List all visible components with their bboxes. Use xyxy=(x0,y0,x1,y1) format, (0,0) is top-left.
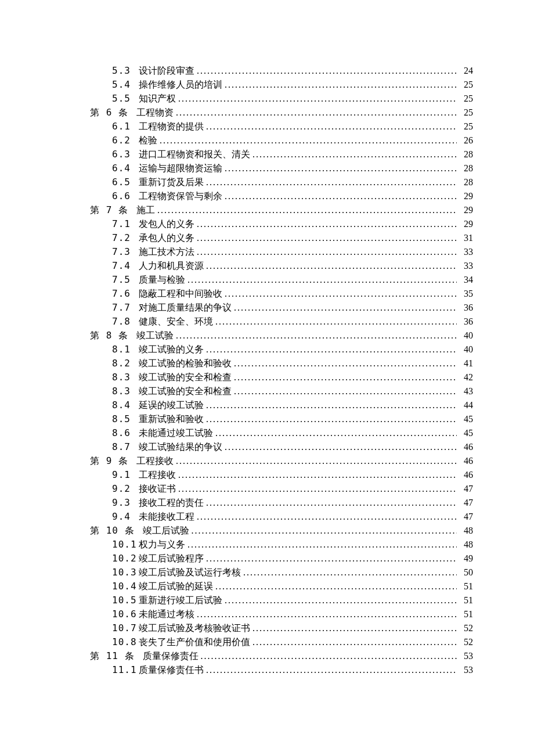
toc-entry-number: 10.8 xyxy=(112,635,135,649)
toc-leader-dots xyxy=(225,78,457,92)
toc-entry-number: 第 9 条 xyxy=(90,454,128,468)
toc-entry[interactable]: 10.8丧失了生产价值和使用价值52 xyxy=(112,635,473,649)
toc-entry[interactable]: 8.7竣工试验结果的争议46 xyxy=(112,440,473,454)
toc-entry[interactable]: 9.1工程接收46 xyxy=(112,468,473,482)
toc-entry[interactable]: 7.4人力和机具资源33 xyxy=(112,259,473,273)
toc-entry-page: 43 xyxy=(459,384,473,398)
toc-entry[interactable]: 第 10 条竣工后试验48 xyxy=(90,524,473,538)
toc-leader-dots xyxy=(178,468,457,482)
toc-entry-title: 隐蔽工程和中间验收 xyxy=(139,287,222,301)
toc-entry-page: 29 xyxy=(459,217,473,231)
toc-entry[interactable]: 6.6工程物资保管与剩余29 xyxy=(112,189,473,203)
toc-entry-page: 29 xyxy=(459,203,473,217)
toc-entry-title: 未能通过考核 xyxy=(139,607,194,621)
toc-entry[interactable]: 5.4操作维修人员的培训25 xyxy=(112,78,473,92)
toc-entry[interactable]: 7.8健康、安全、环境36 xyxy=(112,315,473,329)
toc-leader-dots xyxy=(206,663,457,677)
toc-leader-dots xyxy=(187,538,457,552)
toc-entry-title: 丧失了生产价值和使用价值 xyxy=(139,635,250,649)
toc-leader-dots xyxy=(187,273,457,287)
toc-entry[interactable]: 8.1竣工试验的义务40 xyxy=(112,343,473,357)
toc-entry[interactable]: 10.7竣工后试验及考核验收证书52 xyxy=(112,621,473,635)
toc-entry[interactable]: 8.6未能通过竣工试验45 xyxy=(112,426,473,440)
toc-entry-title: 竣工后试验及试运行考核 xyxy=(139,566,241,579)
toc-entry-title: 质量与检验 xyxy=(139,273,185,287)
toc-entry[interactable]: 7.7对施工质量结果的争议36 xyxy=(112,301,473,315)
toc-leader-dots xyxy=(225,287,457,301)
toc-entry[interactable]: 5.5知识产权25 xyxy=(112,92,473,106)
toc-leader-dots xyxy=(157,203,457,217)
toc-leader-dots xyxy=(197,64,457,78)
toc-entry[interactable]: 6.5重新订货及后果28 xyxy=(112,175,473,189)
toc-entry[interactable]: 8.2竣工试验的检验和验收41 xyxy=(112,357,473,370)
toc-entry[interactable]: 7.6隐蔽工程和中间验收35 xyxy=(112,287,473,301)
toc-entry[interactable]: 8.4延误的竣工试验44 xyxy=(112,398,473,412)
toc-entry[interactable]: 第 8 条竣工试验40 xyxy=(90,329,473,343)
toc-entry-title: 未能通过竣工试验 xyxy=(139,426,213,440)
toc-entry-page: 36 xyxy=(459,301,473,315)
toc-entry[interactable]: 10.3竣工后试验及试运行考核50 xyxy=(112,566,473,579)
toc-leader-dots xyxy=(178,482,457,496)
toc-entry-number: 5.3 xyxy=(112,64,135,78)
toc-entry[interactable]: 7.3施工技术方法33 xyxy=(112,245,473,259)
toc-entry[interactable]: 第 9 条工程接收46 xyxy=(90,454,473,468)
toc-entry-page: 46 xyxy=(459,454,473,468)
toc-entry[interactable]: 10.5重新进行竣工后试验51 xyxy=(112,593,473,607)
toc-entry[interactable]: 9.4未能接收工程47 xyxy=(112,510,473,524)
toc-leader-dots xyxy=(215,315,457,329)
toc-entry[interactable]: 6.3进口工程物资和报关、清关28 xyxy=(112,147,473,161)
toc-entry-title: 工程物资保管与剩余 xyxy=(139,189,222,203)
toc-entry[interactable]: 7.5质量与检验34 xyxy=(112,273,473,287)
toc-entry-title: 施工技术方法 xyxy=(139,245,194,259)
toc-entry-number: 9.2 xyxy=(112,482,135,496)
toc-entry-number: 7.5 xyxy=(112,273,135,287)
toc-leader-dots xyxy=(206,398,457,412)
toc-entry[interactable]: 8.5重新试验和验收45 xyxy=(112,412,473,426)
toc-entry[interactable]: 10.4竣工后试验的延误51 xyxy=(112,579,473,593)
toc-leader-dots xyxy=(206,412,457,426)
toc-entry[interactable]: 8.3竣工试验的安全和检查43 xyxy=(112,384,473,398)
toc-entry-number: 10.1 xyxy=(112,538,135,552)
toc-entry-page: 33 xyxy=(459,259,473,273)
toc-entry[interactable]: 7.1发包人的义务29 xyxy=(112,217,473,231)
toc-entry-number: 8.7 xyxy=(112,440,135,454)
toc-entry[interactable]: 9.2接收证书47 xyxy=(112,482,473,496)
toc-entry-page: 26 xyxy=(459,134,473,147)
toc-entry[interactable]: 10.1权力与义务48 xyxy=(112,538,473,552)
toc-page: 5.3设计阶段审查245.4操作维修人员的培训255.5知识产权25第 6 条工… xyxy=(0,0,534,735)
toc-entry-page: 47 xyxy=(459,496,473,510)
toc-entry[interactable]: 8.3竣工试验的安全和检查42 xyxy=(112,370,473,384)
toc-entry[interactable]: 6.2检验26 xyxy=(112,134,473,147)
toc-entry[interactable]: 第 6 条工程物资25 xyxy=(90,106,473,120)
toc-entry-page: 47 xyxy=(459,510,473,524)
toc-entry-page: 53 xyxy=(459,663,473,677)
toc-entry-page: 46 xyxy=(459,440,473,454)
toc-entry[interactable]: 5.3设计阶段审查24 xyxy=(112,64,473,78)
toc-entry-number: 8.3 xyxy=(112,384,135,398)
toc-entry-title: 竣工试验的义务 xyxy=(139,343,204,357)
toc-entry-page: 29 xyxy=(459,189,473,203)
toc-entry[interactable]: 6.1工程物资的提供25 xyxy=(112,120,473,134)
toc-leader-dots xyxy=(225,593,457,607)
toc-leader-dots xyxy=(225,161,457,175)
toc-entry-page: 25 xyxy=(459,120,473,134)
toc-entry[interactable]: 6.4运输与超限物资运输28 xyxy=(112,161,473,175)
toc-entry-number: 第 8 条 xyxy=(90,329,128,343)
toc-entry-title: 重新订货及后果 xyxy=(139,175,204,189)
toc-entry-page: 34 xyxy=(459,273,473,287)
toc-entry-title: 人力和机具资源 xyxy=(139,259,204,273)
toc-entry[interactable]: 9.3接收工程的责任47 xyxy=(112,496,473,510)
toc-entry[interactable]: 第 7 条施工29 xyxy=(90,203,473,217)
toc-entry[interactable]: 第 11 条质量保修责任53 xyxy=(90,649,473,663)
toc-entry[interactable]: 10.6未能通过考核51 xyxy=(112,607,473,621)
toc-entry-number: 10.6 xyxy=(112,607,135,621)
toc-entry[interactable]: 7.2承包人的义务31 xyxy=(112,231,473,245)
toc-entry-number: 6.1 xyxy=(112,120,135,134)
toc-entry[interactable]: 10.2竣工后试验程序49 xyxy=(112,552,473,566)
toc-entry-number: 8.6 xyxy=(112,426,135,440)
toc-leader-dots xyxy=(206,175,457,189)
toc-entry-title: 延误的竣工试验 xyxy=(139,398,204,412)
toc-entry-title: 承包人的义务 xyxy=(139,231,194,245)
toc-entry-number: 第 6 条 xyxy=(90,106,128,120)
toc-entry[interactable]: 11.1质量保修责任书53 xyxy=(112,663,473,677)
